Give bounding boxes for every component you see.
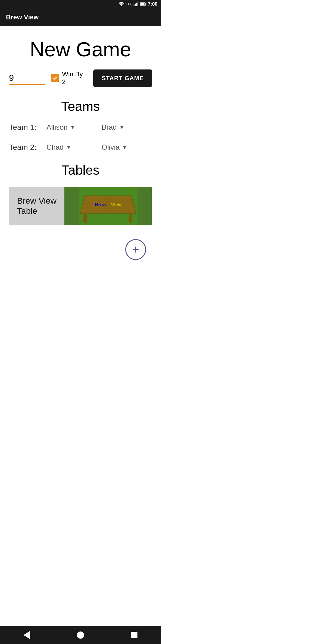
status-icons: LTE 7:00: [119, 1, 157, 7]
team1-label: Team 1:: [9, 123, 42, 132]
team1-player1-dropdown-icon: ▼: [70, 124, 75, 131]
team2-row: Team 2: Chad ▼ Olivia ▼: [9, 143, 152, 152]
win-by-2-container: Win By 2: [51, 70, 87, 86]
team2-player1-dropdown-icon: ▼: [66, 144, 71, 151]
svg-text:View: View: [111, 202, 122, 207]
app-bar-title: Brew View: [6, 13, 39, 21]
teams-section: Teams Team 1: Allison ▼ Brad ▼ Team 2: C…: [9, 99, 152, 152]
battery-icon: [140, 2, 146, 6]
wifi-icon: [119, 2, 124, 6]
status-bar: LTE 7:00: [0, 0, 161, 8]
fab-container: +: [9, 230, 152, 266]
table-svg: Brew View: [64, 187, 152, 225]
app-bar: Brew View: [0, 8, 161, 26]
table-card-visual: Brew View: [64, 187, 152, 225]
tables-section: Tables Brew View Table Brew View: [9, 163, 152, 225]
page-title: New Game: [9, 38, 152, 61]
table-card-name: Brew View Table: [17, 196, 57, 216]
svg-text:Brew: Brew: [95, 202, 106, 207]
start-game-button[interactable]: START GAME: [93, 69, 152, 87]
settings-row: 9 Win By 2 START GAME: [9, 69, 152, 87]
team1-player1-select[interactable]: Allison ▼: [47, 123, 97, 131]
lte-icon: LTE: [126, 2, 132, 6]
signal-icon: [134, 2, 138, 6]
team2-player1-select[interactable]: Chad ▼: [47, 143, 97, 151]
add-table-fab[interactable]: +: [125, 239, 146, 260]
score-to-win-input[interactable]: 9: [9, 72, 45, 85]
team1-row: Team 1: Allison ▼ Brad ▼: [9, 123, 152, 132]
team1-player1-name: Allison: [47, 123, 68, 131]
time-display: 7:00: [148, 1, 157, 7]
svg-rect-1: [135, 4, 136, 6]
team2-player2-dropdown-icon: ▼: [122, 144, 127, 151]
team1-player2-name: Brad: [102, 123, 117, 131]
teams-title: Teams: [9, 99, 152, 114]
svg-rect-0: [134, 4, 134, 6]
main-content: New Game 9 Win By 2 START GAME Teams Tea…: [0, 26, 161, 272]
team2-player2-select[interactable]: Olivia ▼: [102, 143, 152, 151]
table-card-left: Brew View Table: [9, 187, 64, 225]
svg-rect-6: [146, 4, 146, 5]
svg-rect-2: [136, 3, 137, 6]
table-card[interactable]: Brew View Table Brew View: [9, 187, 152, 225]
svg-rect-3: [137, 2, 138, 6]
tables-title: Tables: [9, 163, 152, 178]
team1-player2-dropdown-icon: ▼: [119, 124, 125, 131]
team2-label: Team 2:: [9, 143, 42, 152]
team2-player1-name: Chad: [47, 143, 64, 151]
win-by-2-checkbox[interactable]: [51, 74, 59, 82]
team1-player2-select[interactable]: Brad ▼: [102, 123, 152, 131]
svg-rect-5: [140, 3, 144, 5]
win-by-2-label: Win By 2: [62, 70, 87, 86]
team2-player2-name: Olivia: [102, 143, 120, 151]
